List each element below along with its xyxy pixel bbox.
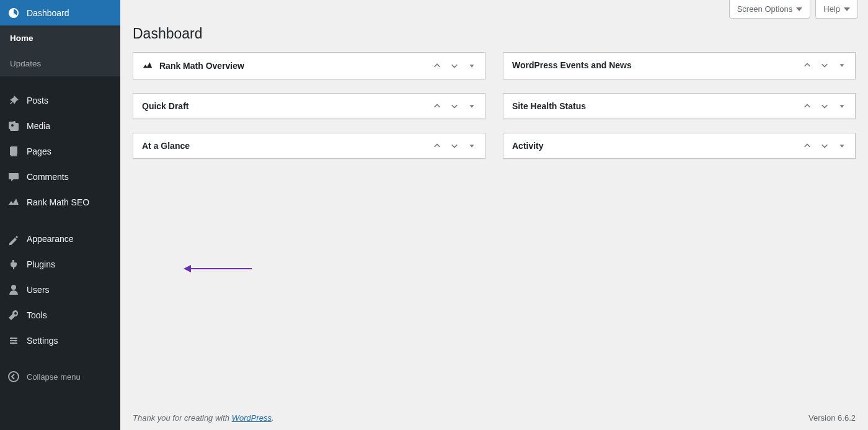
footer-text: Thank you for creating with (133, 413, 232, 423)
widget-quick-draft: Quick Draft (133, 93, 485, 119)
sidebar-item-appearance[interactable]: Appearance (0, 226, 120, 251)
footer: Thank you for creating with WordPress. V… (120, 406, 868, 430)
sidebar-item-pages[interactable]: Pages (0, 138, 120, 164)
page-title: Dashboard (120, 20, 868, 52)
settings-icon (7, 334, 20, 347)
pin-icon (7, 94, 20, 107)
sidebar-item-media[interactable]: Media (0, 113, 120, 138)
triangle-down-icon[interactable] (838, 141, 846, 150)
triangle-down-icon[interactable] (467, 61, 476, 70)
topbar: Screen Options Help (120, 0, 868, 20)
sidebar-item-label: Rank Math SEO (27, 197, 89, 207)
sidebar-collapse[interactable]: Collapse menu (0, 364, 120, 389)
sidebar-item-label: Users (27, 285, 50, 295)
sidebar-subitem-home[interactable]: Home (0, 25, 120, 51)
widget-controls (433, 61, 476, 70)
widget-header[interactable]: Rank Math Overview (133, 53, 485, 79)
chevron-down-icon[interactable] (820, 102, 829, 110)
collapse-icon (7, 370, 20, 383)
sidebar-item-plugins[interactable]: Plugins (0, 251, 120, 277)
chevron-down-icon[interactable] (820, 141, 829, 150)
widget-title-text: Activity (512, 141, 544, 151)
sidebar-item-label: Collapse menu (27, 372, 81, 382)
footer-version: Version 6.6.2 (808, 413, 856, 423)
sidebar-item-label: Comments (27, 172, 69, 182)
users-icon (7, 284, 20, 296)
widget-header[interactable]: Site Health Status (503, 94, 855, 119)
triangle-down-icon[interactable] (467, 141, 476, 150)
comments-icon (7, 171, 20, 183)
widget-activity: Activity (503, 133, 856, 159)
widget-title-text: Rank Math Overview (159, 61, 244, 71)
chevron-down-icon[interactable] (820, 61, 829, 69)
rankmath-icon (7, 196, 20, 208)
media-icon (7, 120, 20, 132)
sidebar-item-label: Home (10, 34, 33, 43)
chevron-up-icon[interactable] (803, 141, 812, 150)
sidebar-item-label: Updates (10, 59, 41, 68)
sidebar-item-comments[interactable]: Comments (0, 164, 120, 189)
button-label: Help (823, 4, 840, 14)
widget-at-a-glance: At a Glance (133, 133, 485, 159)
chevron-down-icon (796, 7, 802, 11)
triangle-down-icon[interactable] (838, 102, 846, 110)
dashboard-icon (7, 7, 20, 19)
sidebar-item-label: Tools (27, 310, 47, 320)
widget-header[interactable]: Quick Draft (133, 94, 485, 119)
menu-separator (0, 215, 120, 226)
sidebar-item-label: Posts (27, 96, 48, 105)
chevron-up-icon[interactable] (433, 141, 441, 150)
chevron-up-icon[interactable] (433, 61, 441, 70)
plugins-icon (7, 258, 20, 271)
widget-controls (803, 141, 846, 150)
screen-options-button[interactable]: Screen Options (729, 0, 811, 19)
widget-header[interactable]: WordPress Events and News (503, 53, 855, 78)
widget-site-health: Site Health Status (503, 93, 856, 119)
sidebar-item-rankmath[interactable]: Rank Math SEO (0, 189, 120, 215)
widget-rankmath-overview: Rank Math Overview (133, 52, 485, 79)
widget-title-text: Quick Draft (142, 101, 188, 111)
widget-header[interactable]: At a Glance (133, 133, 485, 158)
menu-separator (0, 353, 120, 364)
sidebar-item-label: Appearance (27, 234, 74, 244)
widget-title-text: At a Glance (142, 141, 190, 151)
widget-controls (433, 141, 476, 150)
admin-sidebar: Dashboard Home Updates Posts Media Pages… (0, 0, 120, 430)
triangle-down-icon[interactable] (467, 102, 476, 110)
sidebar-item-users[interactable]: Users (0, 277, 120, 302)
menu-separator (0, 76, 120, 87)
widgets-grid: Rank Math Overview WordPress Events and … (120, 52, 868, 172)
footer-text: . (272, 413, 274, 423)
sidebar-subitem-updates[interactable]: Updates (0, 51, 120, 76)
tools-icon (7, 309, 20, 321)
main-content: Screen Options Help Dashboard Rank Math … (120, 0, 868, 430)
widget-title-text: WordPress Events and News (512, 60, 632, 70)
chevron-up-icon[interactable] (803, 61, 812, 69)
footer-wordpress-link[interactable]: WordPress (232, 413, 272, 423)
chevron-down-icon[interactable] (450, 141, 459, 150)
chevron-down-icon[interactable] (450, 61, 459, 70)
sidebar-item-label: Pages (27, 146, 51, 156)
rankmath-icon (142, 60, 153, 71)
pages-icon (7, 145, 20, 158)
chevron-up-icon[interactable] (433, 102, 441, 110)
annotation-arrow (184, 267, 252, 271)
appearance-icon (7, 233, 20, 245)
chevron-up-icon[interactable] (803, 102, 812, 110)
widget-controls (433, 102, 476, 110)
triangle-down-icon[interactable] (838, 61, 846, 69)
sidebar-item-label: Media (27, 121, 50, 131)
widget-header[interactable]: Activity (503, 133, 855, 158)
widget-title-text: Site Health Status (512, 101, 586, 111)
widget-wp-events: WordPress Events and News (503, 52, 856, 79)
sidebar-item-settings[interactable]: Settings (0, 328, 120, 353)
chevron-down-icon[interactable] (450, 102, 459, 110)
button-label: Screen Options (737, 4, 793, 14)
sidebar-item-tools[interactable]: Tools (0, 302, 120, 328)
footer-thankyou: Thank you for creating with WordPress. (133, 413, 274, 423)
sidebar-item-dashboard[interactable]: Dashboard (0, 0, 120, 25)
help-button[interactable]: Help (815, 0, 858, 19)
widget-controls (803, 102, 846, 110)
sidebar-item-label: Settings (27, 336, 58, 346)
sidebar-item-posts[interactable]: Posts (0, 87, 120, 113)
